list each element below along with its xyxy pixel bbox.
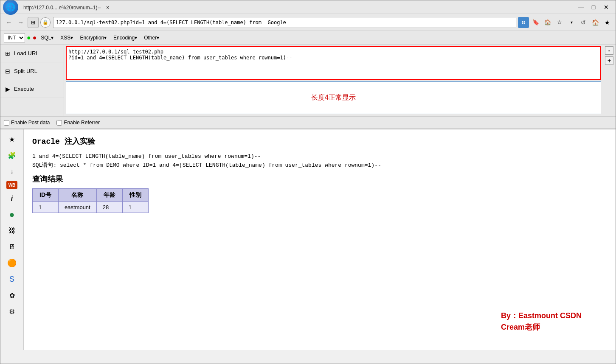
enable-referrer-label[interactable]: Enable Referrer bbox=[56, 120, 100, 126]
sidebar-orange[interactable]: 🟠 bbox=[6, 257, 18, 269]
other-menu[interactable]: Other▾ bbox=[141, 34, 162, 42]
split-url-label: Split URL bbox=[14, 68, 37, 74]
enable-post-checkbox[interactable] bbox=[4, 120, 9, 126]
load-url-icon: ⊞ bbox=[4, 50, 11, 57]
tab-label: http://127.0.0....e%20rownum=1)-- bbox=[23, 5, 101, 11]
response-area: 长度4正常显示 · bbox=[66, 81, 601, 114]
addon-icon-2[interactable]: 🏠 bbox=[543, 17, 553, 28]
sidebar-settings[interactable]: ⚙ bbox=[6, 305, 18, 318]
security-icon: 🔒 bbox=[40, 17, 51, 28]
maximize-button[interactable]: □ bbox=[588, 1, 599, 13]
refresh-button[interactable]: ↺ bbox=[578, 17, 588, 28]
hackbar-inputs: http://127.0.0.1/sql-test02.php ?id=1 an… bbox=[64, 45, 603, 116]
credit-line-2: Cream老师 bbox=[501, 322, 582, 333]
minus-button[interactable]: - bbox=[605, 46, 613, 55]
cell-name: eastmount bbox=[59, 202, 97, 213]
hackbar-sidebar: ⊞ Load URL ⊟ Split URL ▶ Execute bbox=[0, 45, 64, 116]
table-row: 1 eastmount 28 1 bbox=[33, 202, 149, 213]
forward-button[interactable]: → bbox=[16, 17, 26, 28]
content-area: ★ 🧩 ↓ WB i ● ⛓ 🖥 🟠 S ✿ ⚙ Oracle 注入实验 1 a… bbox=[0, 129, 616, 350]
split-url-icon: ⊟ bbox=[4, 67, 11, 75]
left-sidebar: ★ 🧩 ↓ WB i ● ⛓ 🖥 🟠 S ✿ ⚙ bbox=[0, 129, 24, 350]
sql-menu[interactable]: SQL▾ bbox=[38, 34, 56, 42]
page-title: Oracle 注入实验 bbox=[32, 136, 607, 146]
hackbar-right: - + bbox=[603, 45, 616, 116]
split-url-button[interactable]: ⊟ Split URL bbox=[0, 62, 64, 80]
sidebar-down[interactable]: ↓ bbox=[6, 165, 18, 178]
main-content: Oracle 注入实验 1 and 4=(SELECT LENGTH(table… bbox=[24, 129, 616, 350]
credit-text: By：Eastmount CSDN Cream老师 bbox=[501, 310, 582, 333]
sidebar-monitor[interactable]: 🖥 bbox=[6, 241, 18, 253]
green-indicator: ● bbox=[27, 34, 31, 42]
table-header-name: 名称 bbox=[59, 189, 97, 202]
plus-button[interactable]: + bbox=[605, 56, 613, 65]
enable-referrer-checkbox[interactable] bbox=[56, 120, 62, 126]
sidebar-puzzle[interactable]: 🧩 bbox=[6, 149, 18, 162]
close-button[interactable]: ✕ bbox=[600, 1, 612, 13]
int-select[interactable]: INT bbox=[4, 33, 25, 42]
cell-gender: 1 bbox=[122, 202, 148, 213]
dropdown-arrow[interactable]: ▾ bbox=[566, 17, 577, 28]
bookmark-star[interactable]: ☆ bbox=[554, 17, 565, 28]
options-bar: Enable Post data Enable Referrer bbox=[0, 117, 616, 129]
response-text: 长度4正常显示 bbox=[311, 93, 356, 102]
code-line-2: SQL语句: select * from DEMO where ID=1 and… bbox=[32, 161, 607, 169]
sidebar-circle-green[interactable]: ● bbox=[6, 208, 18, 221]
sidebar-info[interactable]: i bbox=[6, 192, 18, 205]
execute-label: Execute bbox=[14, 86, 34, 92]
tab-close[interactable]: × bbox=[106, 4, 110, 11]
table-header-gender: 性别 bbox=[122, 189, 148, 202]
sidebar-s[interactable]: S bbox=[6, 273, 18, 286]
back-button[interactable]: ← bbox=[4, 17, 14, 28]
code-line-1: 1 and 4=(SELECT LENGTH(table_name) from … bbox=[32, 153, 607, 160]
addon-icon-1[interactable]: 🔖 bbox=[531, 17, 541, 28]
browser-logo: 🌐 bbox=[3, 0, 18, 15]
window-controls: — □ ✕ bbox=[575, 1, 612, 13]
xss-menu[interactable]: XSS▾ bbox=[58, 34, 76, 42]
cell-id: 1 bbox=[33, 202, 59, 213]
home-icon[interactable]: 🏠 bbox=[590, 17, 600, 28]
hackbar-toolbar: INT ● ● SQL▾ XSS▾ Encryption▾ Encoding▾ … bbox=[0, 31, 616, 45]
sidebar-chain[interactable]: ⛓ bbox=[6, 224, 18, 237]
credit-line-1: By：Eastmount CSDN bbox=[501, 310, 582, 322]
load-url-button[interactable]: ⊞ Load URL bbox=[0, 45, 64, 62]
grid-menu-button[interactable]: ⊞ bbox=[28, 17, 39, 28]
star-icon[interactable]: ★ bbox=[602, 17, 612, 28]
address-input[interactable] bbox=[53, 17, 516, 28]
toolbar-icons: G 🔖 🏠 ☆ ▾ ↺ 🏠 ★ bbox=[518, 17, 612, 28]
query-result-title: 查询结果 bbox=[32, 174, 607, 184]
result-table: ID号 名称 年龄 性别 1 eastmount 28 1 bbox=[32, 188, 149, 213]
table-header-age: 年龄 bbox=[96, 189, 122, 202]
encoding-menu[interactable]: Encoding▾ bbox=[111, 34, 140, 42]
encryption-menu[interactable]: Encryption▾ bbox=[77, 34, 109, 42]
address-bar: ← → ⊞ 🔒 G 🔖 🏠 ☆ ▾ ↺ 🏠 ★ bbox=[0, 14, 616, 31]
execute-icon: ▶ bbox=[4, 85, 11, 93]
execute-button[interactable]: ▶ Execute bbox=[0, 80, 64, 98]
sidebar-wb[interactable]: WB bbox=[6, 181, 17, 189]
url-textarea[interactable]: http://127.0.0.1/sql-test02.php ?id=1 an… bbox=[66, 46, 601, 80]
hackbar-main: ⊞ Load URL ⊟ Split URL ▶ Execute http://… bbox=[0, 45, 616, 117]
sidebar-star[interactable]: ★ bbox=[6, 133, 18, 146]
red-indicator: ● bbox=[33, 34, 37, 42]
google-icon[interactable]: G bbox=[518, 17, 529, 28]
minimize-button[interactable]: — bbox=[575, 1, 587, 13]
sidebar-flower[interactable]: ✿ bbox=[6, 289, 18, 302]
enable-post-label[interactable]: Enable Post data bbox=[4, 120, 50, 126]
load-url-label: Load URL bbox=[14, 50, 39, 56]
table-header-id: ID号 bbox=[33, 189, 59, 202]
cell-age: 28 bbox=[96, 202, 122, 213]
